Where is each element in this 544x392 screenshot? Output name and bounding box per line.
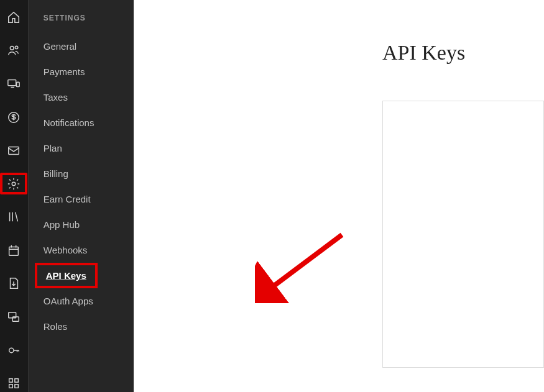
svg-point-10 [9,348,14,352]
devices-icon[interactable] [2,75,25,93]
sidebar-item-billing[interactable]: Billing [44,161,134,186]
sidebar-item-taxes[interactable]: Taxes [44,84,134,110]
svg-line-15 [267,235,342,291]
settings-icon[interactable] [0,173,27,195]
icon-rail [0,0,29,392]
sidebar-item-api-keys[interactable]: API Keys [35,263,98,288]
settings-section-label: SETTINGS [44,14,134,22]
svg-rect-7 [9,247,19,255]
main-content: API Keys [134,0,544,392]
svg-rect-3 [17,82,20,86]
sidebar-item-notifications[interactable]: Notifications [44,110,134,135]
library-icon[interactable] [2,208,25,226]
settings-sidepanel: SETTINGS General Payments Taxes Notifica… [29,0,134,392]
sidebar-item-earn-credit[interactable]: Earn Credit [44,186,134,212]
svg-rect-14 [15,385,19,388]
mail-icon[interactable] [2,142,25,159]
calendar-icon[interactable] [2,242,25,259]
svg-rect-2 [8,80,16,86]
sidebar-item-payments[interactable]: Payments [44,59,134,84]
svg-rect-13 [9,385,13,388]
annotation-arrow-icon [255,229,354,303]
svg-rect-11 [9,379,13,383]
sidebar-item-app-hub[interactable]: App Hub [44,212,134,237]
svg-rect-5 [9,147,19,155]
home-icon[interactable] [2,9,25,26]
content-panel [382,101,544,368]
dollar-icon[interactable] [2,109,25,126]
key-icon[interactable] [2,342,25,359]
svg-point-0 [11,47,14,50]
sidebar-item-roles[interactable]: Roles [44,314,134,339]
sidebar-item-plan[interactable]: Plan [44,135,134,161]
svg-rect-12 [15,379,19,383]
apps-icon[interactable] [2,375,25,392]
chat-icon[interactable] [2,308,25,326]
svg-point-1 [16,47,18,49]
page-title: API Keys [382,41,544,65]
sidebar-item-general[interactable]: General [44,34,134,59]
sidebar-item-oauth-apps[interactable]: OAuth Apps [44,288,134,314]
download-icon[interactable] [2,275,25,293]
svg-point-6 [12,182,16,186]
sidebar-item-webhooks[interactable]: Webhooks [44,237,134,263]
people-icon[interactable] [2,42,25,60]
